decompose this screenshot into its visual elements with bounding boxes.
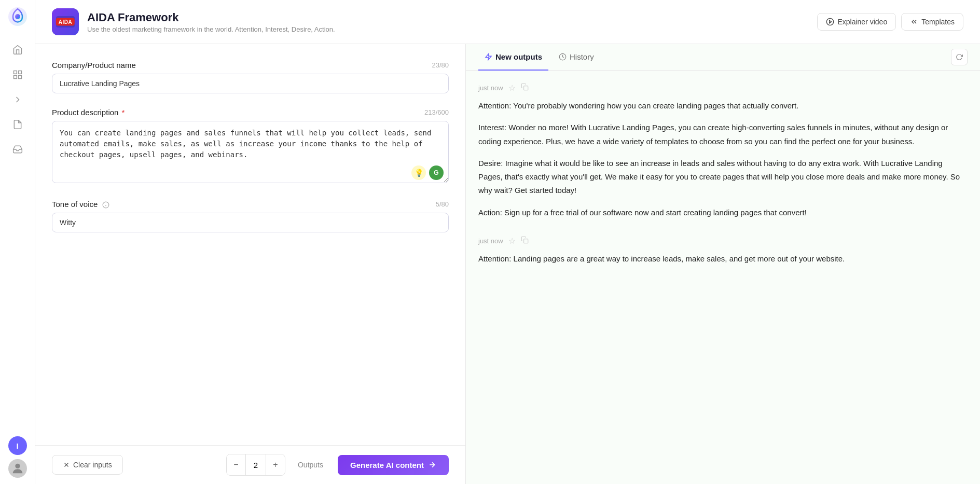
copy-icon-1[interactable]	[521, 83, 529, 93]
clock-icon	[559, 53, 567, 61]
left-panel: Company/Product name 23/80 Product descr…	[35, 44, 466, 484]
output-block-1: just now ☆ Attention: You're probably wo…	[478, 83, 968, 219]
svg-rect-20	[523, 86, 528, 90]
svg-rect-2	[13, 71, 17, 74]
output-area: just now ☆ Attention: You're probably wo…	[466, 71, 980, 484]
form-area: Company/Product name 23/80 Product descr…	[35, 44, 465, 445]
sidebar: I	[0, 0, 35, 484]
x-icon	[63, 461, 70, 468]
video-icon	[826, 18, 834, 26]
output-meta-1: just now ☆	[478, 83, 968, 93]
output-paragraph-1-0: Attention: You're probably wondering how…	[478, 99, 968, 113]
templates-button[interactable]: Templates	[901, 13, 963, 31]
output-paragraph-2-0: Attention: Landing pages are a great way…	[478, 252, 968, 266]
svg-rect-3	[18, 71, 21, 74]
company-label: Company/Product name	[52, 61, 136, 70]
output-meta-2: just now ☆	[478, 236, 968, 246]
grammar-icon-button[interactable]: G	[429, 165, 444, 180]
svg-point-6	[15, 464, 20, 468]
sidebar-logo[interactable]	[7, 6, 28, 27]
generate-button[interactable]: Generate AI content	[338, 455, 449, 475]
company-input[interactable]	[52, 74, 449, 93]
tone-field-group: Tone of voice 5/80	[52, 200, 449, 232]
sidebar-item-arrow[interactable]	[7, 89, 28, 110]
tone-counter: 5/80	[436, 200, 449, 208]
bulb-icon-button[interactable]: 💡	[411, 165, 426, 180]
copy-icon-2[interactable]	[521, 236, 529, 246]
sidebar-user-initial[interactable]: I	[8, 436, 27, 455]
svg-point-1	[15, 14, 20, 19]
output-text-1: Attention: You're probably wondering how…	[478, 99, 968, 219]
header-text: AIDA Framework Use the oldest marketing …	[87, 11, 809, 33]
outputs-label: Outputs	[298, 461, 323, 469]
lightning-icon	[485, 53, 492, 61]
company-label-row: Company/Product name 23/80	[52, 61, 449, 70]
explainer-video-button[interactable]: Explainer video	[817, 13, 896, 31]
content-area: Company/Product name 23/80 Product descr…	[35, 44, 980, 484]
header: AIDA AIDA Framework Use the oldest marke…	[35, 0, 980, 44]
page-title: AIDA Framework	[87, 11, 809, 24]
sidebar-avatar[interactable]	[8, 459, 27, 478]
tabs-bar: New outputs History	[466, 44, 980, 71]
output-text-2: Attention: Landing pages are a great way…	[478, 252, 968, 266]
company-field-group: Company/Product name 23/80	[52, 61, 449, 93]
tab-new-outputs[interactable]: New outputs	[478, 44, 548, 71]
info-icon	[102, 201, 109, 209]
svg-marker-11	[830, 20, 832, 23]
description-label: Product description *	[52, 108, 125, 117]
tone-input[interactable]	[52, 213, 449, 232]
stepper-value: 2	[245, 454, 266, 475]
header-actions: Explainer video Templates	[817, 13, 963, 31]
sidebar-item-grid[interactable]	[7, 64, 28, 85]
output-paragraph-1-2: Desire: Imagine what it would be like to…	[478, 157, 968, 198]
svg-point-10	[827, 18, 834, 25]
outputs-stepper: − 2 +	[226, 454, 285, 476]
header-logo: AIDA	[52, 8, 79, 35]
star-icon-1[interactable]: ☆	[508, 83, 516, 93]
chevrons-left-icon	[910, 18, 918, 26]
company-counter: 23/80	[432, 61, 449, 69]
description-counter: 213/600	[424, 108, 449, 116]
textarea-icons: 💡 G	[411, 165, 444, 180]
star-icon-2[interactable]: ☆	[508, 236, 516, 246]
svg-rect-21	[523, 239, 528, 243]
svg-marker-18	[486, 53, 491, 60]
tone-label-row: Tone of voice 5/80	[52, 200, 449, 209]
description-label-row: Product description * 213/600	[52, 108, 449, 117]
stepper-decrease-button[interactable]: −	[227, 454, 245, 475]
output-paragraph-1-1: Interest: Wonder no more! With Lucrative…	[478, 121, 968, 148]
refresh-button[interactable]	[951, 49, 968, 65]
tone-label: Tone of voice	[52, 200, 109, 209]
page-subtitle: Use the oldest marketing framework in th…	[87, 25, 809, 33]
description-textarea[interactable]: You can create landing pages and sales f…	[52, 121, 449, 183]
right-panel: New outputs History just now ☆	[466, 44, 980, 484]
sidebar-item-file[interactable]	[7, 114, 28, 135]
refresh-icon	[956, 53, 963, 61]
main-content: AIDA AIDA Framework Use the oldest marke…	[35, 0, 980, 484]
bottom-bar: Clear inputs − 2 + Outputs Generate AI c…	[35, 445, 465, 484]
tab-history[interactable]: History	[553, 44, 600, 71]
sidebar-item-home[interactable]	[7, 39, 28, 60]
stepper-increase-button[interactable]: +	[266, 454, 285, 475]
clear-inputs-button[interactable]: Clear inputs	[52, 455, 123, 475]
output-time-2: just now	[478, 237, 503, 245]
output-time-1: just now	[478, 84, 503, 92]
sidebar-item-inbox[interactable]	[7, 139, 28, 160]
output-paragraph-1-3: Action: Sign up for a free trial of our …	[478, 206, 968, 219]
description-textarea-wrapper: You can create landing pages and sales f…	[52, 121, 449, 185]
svg-rect-5	[13, 76, 17, 79]
description-field-group: Product description * 213/600 You can cr…	[52, 108, 449, 185]
svg-rect-4	[18, 76, 21, 79]
output-block-2: just now ☆ Attention: Landing pages are …	[478, 236, 968, 266]
arrow-right-icon	[428, 461, 436, 469]
